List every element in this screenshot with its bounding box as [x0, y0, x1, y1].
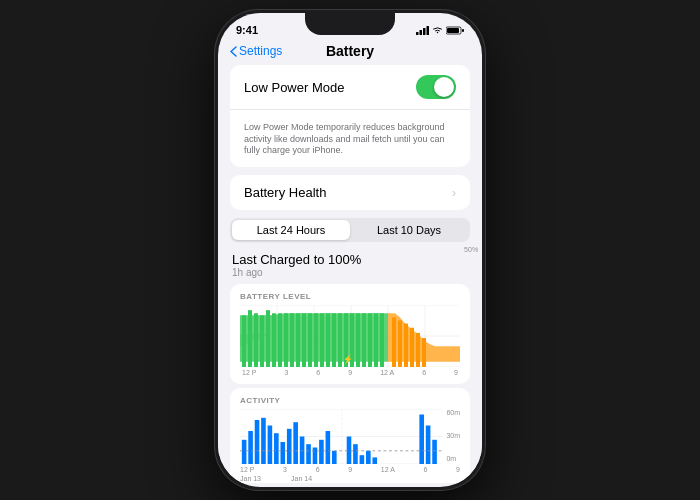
last-charged-section: Last Charged to 100% 1h ago: [218, 248, 482, 280]
svg-rect-74: [426, 426, 431, 465]
x-label-6: 6: [316, 369, 320, 376]
svg-rect-29: [308, 313, 312, 367]
svg-rect-59: [280, 442, 285, 464]
svg-rect-75: [432, 440, 437, 464]
svg-rect-18: [242, 315, 246, 367]
notch: [305, 13, 395, 35]
activity-x-labels: 12 P 3 6 9 12 A 6 9: [240, 466, 460, 473]
svg-rect-47: [422, 338, 426, 367]
svg-rect-32: [326, 313, 330, 367]
battery-icon: [446, 26, 464, 35]
date-jan14: Jan 14: [291, 475, 312, 482]
svg-rect-19: [248, 310, 252, 367]
svg-rect-58: [274, 433, 279, 464]
signal-icon: [416, 26, 429, 35]
svg-rect-68: [347, 437, 352, 465]
activity-y-0m: 0m: [446, 455, 460, 462]
svg-rect-62: [300, 437, 305, 465]
last-charged-title: Last Charged to 100%: [232, 252, 468, 267]
svg-rect-42: [392, 317, 396, 367]
chevron-right-icon: ›: [452, 186, 456, 200]
svg-rect-63: [306, 444, 311, 464]
svg-rect-61: [293, 422, 298, 464]
svg-rect-41: [380, 313, 384, 367]
battery-health-label: Battery Health: [244, 185, 326, 200]
battery-svg: ⚡: [240, 305, 460, 367]
svg-rect-23: [272, 313, 276, 367]
tab-10d[interactable]: Last 10 Days: [350, 220, 468, 240]
svg-rect-66: [326, 431, 331, 464]
activity-chart: [240, 409, 442, 464]
svg-rect-22: [266, 310, 270, 367]
low-power-row: Low Power Mode: [230, 65, 470, 110]
toggle-knob: [434, 77, 454, 97]
battery-y-labels: 100% 50% 0%: [464, 65, 482, 483]
battery-level-section: BATTERY LEVEL: [230, 284, 470, 384]
tab-24h[interactable]: Last 24 Hours: [232, 220, 350, 240]
svg-rect-44: [404, 324, 408, 367]
svg-rect-38: [362, 313, 366, 367]
act-x-9: 9: [348, 466, 352, 473]
svg-rect-2: [423, 28, 426, 35]
activity-svg: [240, 409, 442, 464]
act-x-12a: 12 A: [381, 466, 395, 473]
svg-text:⚡: ⚡: [343, 354, 354, 365]
activity-y-30m: 30m: [446, 432, 460, 439]
y-label-50: 50%: [464, 246, 482, 253]
svg-rect-30: [314, 313, 318, 367]
phone-screen: 9:41: [218, 13, 482, 487]
content-area: Low Power Mode Low Power Mode temporaril…: [218, 65, 482, 483]
svg-rect-31: [320, 313, 324, 367]
low-power-description-row: Low Power Mode temporarily reduces backg…: [230, 110, 470, 167]
svg-rect-28: [302, 313, 306, 367]
svg-rect-65: [319, 440, 324, 464]
nav-title: Battery: [326, 43, 374, 59]
svg-rect-69: [353, 444, 358, 464]
svg-rect-34: [338, 313, 342, 367]
low-power-toggle[interactable]: [416, 75, 456, 99]
svg-rect-70: [360, 455, 365, 464]
act-x-3: 3: [283, 466, 287, 473]
svg-rect-55: [255, 420, 260, 464]
low-power-card: Low Power Mode Low Power Mode temporaril…: [230, 65, 470, 167]
act-x-12p: 12 P: [240, 466, 254, 473]
svg-rect-25: [284, 313, 288, 367]
low-power-label: Low Power Mode: [244, 80, 344, 95]
svg-rect-27: [296, 313, 300, 367]
svg-rect-54: [248, 431, 253, 464]
date-jan13: Jan 13: [240, 475, 261, 482]
nav-back-button[interactable]: Settings: [230, 44, 282, 58]
svg-rect-3: [427, 26, 430, 35]
svg-rect-21: [260, 315, 264, 367]
time-tabs: Last 24 Hours Last 10 Days: [230, 218, 470, 242]
battery-health-card[interactable]: Battery Health ›: [230, 175, 470, 210]
svg-rect-45: [410, 328, 414, 367]
nav-back-label: Settings: [239, 44, 282, 58]
x-label-12a: 12 A: [380, 369, 394, 376]
activity-y-labels: 60m 30m 0m: [446, 409, 460, 464]
svg-rect-20: [254, 313, 258, 367]
svg-rect-72: [372, 457, 377, 464]
svg-rect-67: [332, 451, 337, 464]
x-label-6a: 6: [422, 369, 426, 376]
svg-rect-73: [419, 415, 424, 465]
svg-rect-60: [287, 429, 292, 464]
activity-section: ACTIVITY: [230, 388, 470, 483]
battery-health-row[interactable]: Battery Health ›: [230, 175, 470, 210]
svg-rect-1: [420, 30, 423, 35]
svg-rect-40: [374, 313, 378, 367]
activity-dates: Jan 13 Jan 14: [240, 475, 460, 482]
x-label-3: 3: [284, 369, 288, 376]
nav-bar: Settings Battery: [218, 41, 482, 65]
x-label-9: 9: [348, 369, 352, 376]
svg-rect-43: [398, 321, 402, 368]
activity-y-60m: 60m: [446, 409, 460, 416]
status-icons: [416, 26, 464, 35]
svg-rect-64: [313, 448, 318, 465]
svg-rect-37: [356, 313, 360, 367]
y-label-0: 0%: [464, 478, 482, 483]
battery-x-labels: 12 P 3 6 9 12 A 6 9: [240, 369, 460, 376]
act-x-9a: 9: [456, 466, 460, 473]
svg-rect-71: [366, 451, 371, 464]
back-chevron-icon: [230, 46, 237, 57]
